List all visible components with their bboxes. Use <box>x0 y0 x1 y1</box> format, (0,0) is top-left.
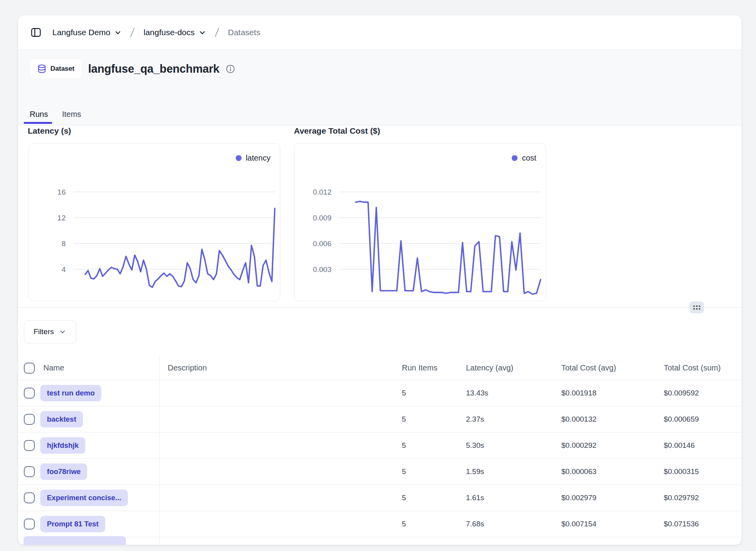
table-row: Experiment concise... 5 1.61s $0.002979 … <box>18 485 742 511</box>
grip-dots-icon <box>693 304 701 311</box>
svg-text:0.009: 0.009 <box>313 214 331 222</box>
total-cost-avg-cell: $0.002979 <box>561 494 597 502</box>
run-name-badge-partial[interactable] <box>23 536 126 545</box>
latency-chart-title: Latency (s) <box>28 126 71 136</box>
select-all-checkbox[interactable] <box>24 363 35 374</box>
column-header-name: Name <box>43 363 64 372</box>
run-items-cell: 5 <box>402 441 406 449</box>
breadcrumb-separator <box>129 27 136 38</box>
table-header-row: Name Description Run Items Latency (avg)… <box>18 356 742 380</box>
column-header-run-items: Run Items <box>402 363 437 372</box>
cost-chart: 0.0120.0090.0060.003 cost <box>294 143 546 301</box>
latency-chart: 161284 latency <box>28 143 280 301</box>
breadcrumb-page-label: Datasets <box>228 28 260 37</box>
run-name-badge[interactable]: test run demo <box>40 385 101 401</box>
breadcrumb-environment-label: langfuse-docs <box>143 28 195 37</box>
row-checkbox[interactable] <box>24 466 35 477</box>
chevron-down-icon <box>59 328 66 336</box>
run-items-cell: 5 <box>402 389 406 397</box>
run-items-cell: 5 <box>402 467 406 476</box>
breadcrumb-project[interactable]: Langfuse Demo <box>52 28 122 37</box>
latency-avg-cell: 1.59s <box>466 467 484 476</box>
total-cost-sum-cell: $0.071536 <box>664 520 699 528</box>
chevron-down-icon <box>199 29 206 36</box>
run-name-badge[interactable]: hjkfdshjk <box>40 437 85 454</box>
filters-button[interactable]: Filters <box>24 320 76 343</box>
dataset-type-badge: Dataset <box>30 59 82 79</box>
page-header: Dataset langfuse_qa_benchmark Runs Items <box>18 50 742 125</box>
total-cost-sum-cell: $0.029792 <box>664 494 699 502</box>
run-items-cell: 5 <box>402 415 406 423</box>
runs-table: Name Description Run Items Latency (avg)… <box>18 356 742 545</box>
cost-chart-title: Average Total Cost ($) <box>294 126 380 136</box>
table-row: backtest 5 2.37s $0.000132 $0.000659 <box>18 406 742 433</box>
row-checkbox[interactable] <box>24 414 35 425</box>
total-cost-avg-cell: $0.001918 <box>561 389 597 397</box>
table-row: Prompt 81 Test 5 7.68s $0.007154 $0.0715… <box>18 511 742 537</box>
latency-avg-cell: 7.68s <box>466 520 484 528</box>
breadcrumb-separator <box>214 27 220 38</box>
row-checkbox[interactable] <box>24 519 35 530</box>
column-header-total-cost-sum: Total Cost (sum) <box>664 363 721 372</box>
run-name-badge[interactable]: Experiment concise... <box>40 490 128 506</box>
column-header-total-cost-avg: Total Cost (avg) <box>561 363 616 372</box>
run-name-badge[interactable]: Prompt 81 Test <box>40 516 105 532</box>
page-title: langfuse_qa_benchmark <box>88 63 219 75</box>
info-icon[interactable] <box>226 64 235 74</box>
legend-dot-icon <box>236 155 242 161</box>
svg-text:4: 4 <box>61 265 66 274</box>
content-area: Latency (s) Average Total Cost ($) 16128… <box>18 125 742 545</box>
legend-label: latency <box>246 154 271 163</box>
table-row: hjkfdshjk 5 5.30s $0.000292 $0.00146 <box>18 433 742 459</box>
run-name-badge[interactable]: backtest <box>40 411 83 428</box>
breadcrumb: Langfuse Demo langfuse-docs Datasets <box>18 15 742 50</box>
svg-text:0.012: 0.012 <box>313 188 331 196</box>
breadcrumb-page[interactable]: Datasets <box>228 28 260 37</box>
svg-text:0.003: 0.003 <box>313 265 331 274</box>
tab-bar: Runs Items <box>30 110 81 125</box>
total-cost-sum-cell: $0.000315 <box>664 467 699 476</box>
breadcrumb-project-label: Langfuse Demo <box>52 28 110 37</box>
run-items-cell: 5 <box>402 520 406 528</box>
row-checkbox[interactable] <box>24 492 35 503</box>
total-cost-sum-cell: $0.009592 <box>664 389 699 397</box>
total-cost-avg-cell: $0.000292 <box>561 441 597 449</box>
dataset-badge-label: Dataset <box>50 65 74 73</box>
main-panel: Langfuse Demo langfuse-docs Datasets <box>18 15 742 545</box>
table-row: foo78riwe 5 1.59s $0.000063 $0.000315 <box>18 459 742 485</box>
title-row: Dataset langfuse_qa_benchmark <box>30 59 730 79</box>
latency-chart-legend: latency <box>236 154 271 163</box>
run-items-cell: 5 <box>402 494 406 502</box>
total-cost-avg-cell: $0.000063 <box>561 467 597 476</box>
database-icon <box>37 64 47 73</box>
latency-avg-cell: 1.61s <box>466 494 484 502</box>
run-name-badge[interactable]: foo78riwe <box>40 463 87 480</box>
table-row: test run demo 5 13.43s $0.001918 $0.0095… <box>18 380 742 406</box>
legend-dot-icon <box>512 155 518 161</box>
row-checkbox[interactable] <box>24 440 35 451</box>
tab-runs[interactable]: Runs <box>30 110 48 125</box>
chevron-down-icon <box>114 29 122 36</box>
latency-chart-canvas: 161284 <box>29 143 280 302</box>
total-cost-sum-cell: $0.000659 <box>664 415 699 423</box>
total-cost-avg-cell: $0.000132 <box>561 415 597 423</box>
tab-items[interactable]: Items <box>62 110 81 125</box>
cost-chart-legend: cost <box>512 154 536 163</box>
latency-avg-cell: 2.37s <box>466 415 484 423</box>
row-checkbox[interactable] <box>24 388 35 399</box>
svg-text:0.006: 0.006 <box>313 240 331 248</box>
column-header-latency-avg: Latency (avg) <box>466 363 513 372</box>
latency-avg-cell: 5.30s <box>466 441 484 449</box>
breadcrumb-environment[interactable]: langfuse-docs <box>143 28 206 37</box>
svg-text:16: 16 <box>57 188 66 196</box>
resize-handle[interactable] <box>690 301 704 313</box>
table-row-partial <box>18 537 742 545</box>
svg-text:8: 8 <box>61 240 66 248</box>
column-header-description: Description <box>168 363 207 372</box>
sidebar-toggle-icon[interactable] <box>30 26 42 39</box>
total-cost-avg-cell: $0.007154 <box>561 520 597 528</box>
svg-text:12: 12 <box>57 214 66 222</box>
total-cost-sum-cell: $0.00146 <box>664 441 695 449</box>
latency-avg-cell: 13.43s <box>466 389 488 397</box>
filters-button-label: Filters <box>34 327 54 336</box>
